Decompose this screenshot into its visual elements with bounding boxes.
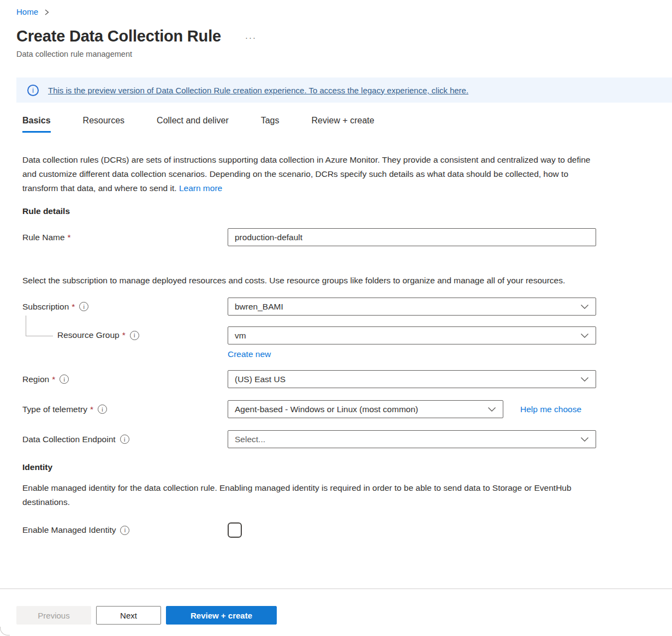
telemetry-value: Agent-based - Windows or Linux (most com… [235, 405, 418, 414]
create-dcr-page: Home Create Data Collection Rule ··· Dat… [0, 0, 672, 636]
rule-name-row: Rule Name * [22, 228, 672, 246]
info-icon[interactable]: i [60, 375, 69, 384]
header: Create Data Collection Rule ··· [16, 27, 672, 45]
resource-group-label: Resource Group * i [22, 330, 228, 340]
tab-resources[interactable]: Resources [83, 108, 124, 133]
subscription-select[interactable]: bwren_BAMI [228, 298, 596, 316]
tab-review-create[interactable]: Review + create [312, 108, 374, 133]
chevron-down-icon [580, 304, 589, 310]
more-icon[interactable]: ··· [245, 33, 257, 42]
region-value: (US) East US [235, 375, 286, 384]
resource-group-control: vm Create new [228, 326, 596, 359]
chevron-down-icon [580, 377, 589, 382]
previous-button[interactable]: Previous [16, 606, 91, 625]
intro-text: Data collection rules (DCRs) are sets of… [22, 155, 590, 193]
review-create-button[interactable]: Review + create [166, 606, 277, 625]
help-me-choose-link[interactable]: Help me choose [520, 405, 581, 414]
chevron-down-icon [580, 437, 589, 442]
create-new-link[interactable]: Create new [228, 349, 271, 359]
resource-group-row: Resource Group * i vm Create new [22, 326, 672, 359]
subscription-value: bwren_BAMI [235, 302, 283, 312]
preview-banner: i This is the preview version of Data Co… [16, 78, 672, 103]
page-title: Create Data Collection Rule [16, 27, 221, 45]
tab-basics[interactable]: Basics [22, 108, 51, 133]
indent-connector-line [26, 316, 53, 336]
subscription-help-text: Select the subscription to manage deploy… [22, 274, 568, 288]
required-marker: * [90, 405, 93, 414]
resource-group-value: vm [235, 331, 246, 341]
rule-name-input[interactable] [228, 228, 596, 246]
telemetry-row: Type of telemetry * i Agent-based - Wind… [22, 400, 672, 418]
tab-tags[interactable]: Tags [261, 108, 279, 133]
breadcrumb: Home [0, 0, 672, 16]
rule-details-heading: Rule details [22, 206, 672, 216]
footer-bar: Previous Next Review + create [0, 589, 672, 636]
info-icon: i [27, 85, 39, 96]
rule-name-label: Rule Name * [22, 233, 228, 242]
info-icon[interactable]: i [98, 405, 107, 414]
required-marker: * [72, 302, 75, 312]
preview-banner-link[interactable]: This is the preview version of Data Coll… [48, 86, 468, 95]
subscription-label: Subscription * i [22, 302, 228, 312]
managed-identity-row: Enable Managed Identity i [22, 522, 672, 538]
page-corner-decoration [0, 627, 10, 635]
dce-select[interactable]: Select... [228, 430, 596, 448]
required-marker: * [122, 330, 126, 340]
chevron-down-icon [580, 333, 589, 338]
tab-bar: Basics Resources Collect and deliver Tag… [0, 108, 672, 133]
info-icon[interactable]: i [79, 302, 88, 311]
subscription-row: Subscription * i bwren_BAMI [22, 298, 672, 316]
chevron-down-icon [487, 407, 496, 412]
next-button[interactable]: Next [96, 606, 161, 625]
info-icon[interactable]: i [130, 331, 139, 340]
dce-placeholder: Select... [235, 435, 265, 444]
required-marker: * [52, 375, 55, 384]
region-select[interactable]: (US) East US [228, 370, 596, 388]
basics-tab-content: Data collection rules (DCRs) are sets of… [0, 153, 672, 538]
identity-heading: Identity [22, 462, 672, 472]
identity-help-text: Enable managed identity for the data col… [22, 481, 593, 509]
region-label: Region * i [22, 375, 228, 384]
telemetry-select[interactable]: Agent-based - Windows or Linux (most com… [228, 400, 503, 418]
page-subtitle: Data collection rule management [16, 50, 672, 58]
resource-group-select[interactable]: vm [228, 326, 596, 344]
required-marker: * [68, 233, 71, 242]
managed-identity-checkbox[interactable] [228, 522, 242, 538]
info-icon[interactable]: i [120, 526, 129, 535]
telemetry-label: Type of telemetry * i [22, 405, 228, 414]
breadcrumb-home-link[interactable]: Home [16, 7, 38, 16]
footer-buttons: Previous Next Review + create [0, 589, 672, 625]
dce-row: Data Collection Endpoint i Select... [22, 430, 672, 448]
chevron-right-icon [44, 9, 50, 16]
managed-identity-label: Enable Managed Identity i [22, 525, 228, 535]
tab-collect-and-deliver[interactable]: Collect and deliver [157, 108, 229, 133]
intro-paragraph: Data collection rules (DCRs) are sets of… [22, 153, 598, 195]
learn-more-link[interactable]: Learn more [179, 183, 222, 193]
dce-label: Data Collection Endpoint i [22, 435, 228, 444]
region-row: Region * i (US) East US [22, 370, 672, 388]
info-icon[interactable]: i [120, 435, 129, 444]
